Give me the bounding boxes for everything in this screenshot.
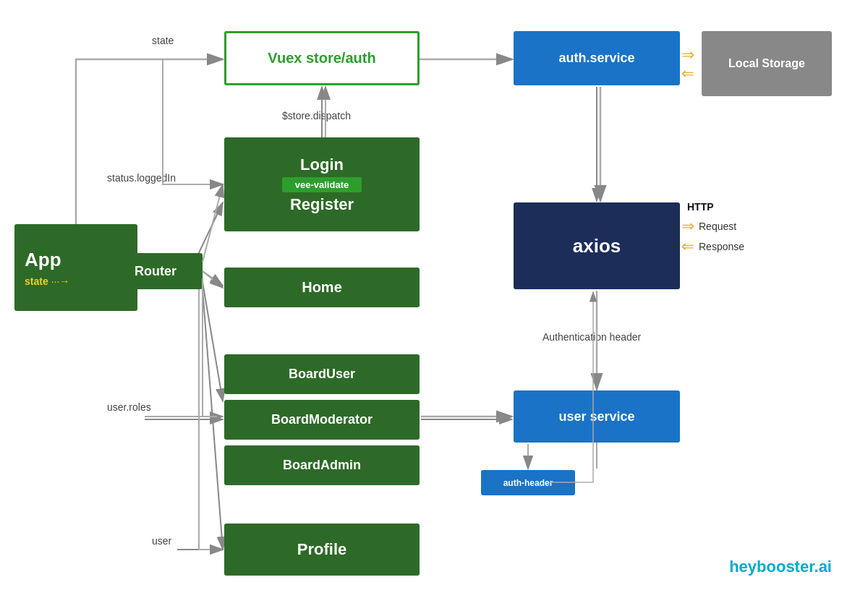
auth-storage-arrows: ⇒ ⇒ — [681, 47, 694, 82]
state-arrow-label: state — [152, 35, 174, 46]
user-label: user — [152, 535, 171, 547]
app-title: App — [25, 249, 61, 271]
watermark: heybooster.ai — [729, 558, 832, 576]
state-dots: ···→ — [51, 275, 70, 287]
vuex-box: Vuex store/auth — [224, 31, 420, 85]
vuex-label: Vuex store/auth — [268, 50, 375, 67]
board-admin-box: BoardAdmin — [224, 445, 420, 485]
auth-header-box: auth-header — [481, 470, 575, 495]
home-box: Home — [224, 268, 420, 307]
board-moderator-box: BoardModerator — [224, 400, 420, 440]
store-dispatch-label: $store.dispatch — [282, 110, 351, 121]
diagram: App state ···→ Router Vuex store/auth Lo… — [0, 0, 868, 598]
vee-validate-badge: vee-validate — [282, 177, 362, 192]
svg-line-26 — [203, 271, 223, 288]
login-register-box: Login vee-validate Register — [224, 137, 420, 231]
response-label: Response — [699, 241, 744, 252]
user-service-box: user service — [514, 390, 680, 443]
local-storage-box: Local Storage — [702, 31, 832, 96]
login-title: Login — [300, 155, 344, 174]
user-roles-label: user.roles — [107, 401, 151, 413]
http-arrows: ⇒ Request ⇒ Response — [681, 217, 744, 256]
svg-line-11 — [195, 202, 223, 260]
svg-line-10 — [203, 271, 223, 286]
axios-box: axios — [514, 202, 680, 289]
authentication-header-label: Authentication header — [542, 331, 641, 343]
auth-service-box: auth.service — [514, 31, 680, 85]
svg-line-12 — [203, 282, 223, 401]
http-label: HTTP — [687, 201, 714, 213]
state-label: state — [25, 275, 48, 287]
status-logged-in-label: status.loggedIn — [107, 172, 176, 184]
profile-box: Profile — [224, 524, 420, 576]
board-user-box: BoardUser — [224, 354, 420, 394]
router-box: Router — [109, 253, 203, 289]
request-label: Request — [699, 221, 736, 232]
register-title: Register — [290, 195, 354, 214]
svg-line-13 — [203, 289, 223, 550]
